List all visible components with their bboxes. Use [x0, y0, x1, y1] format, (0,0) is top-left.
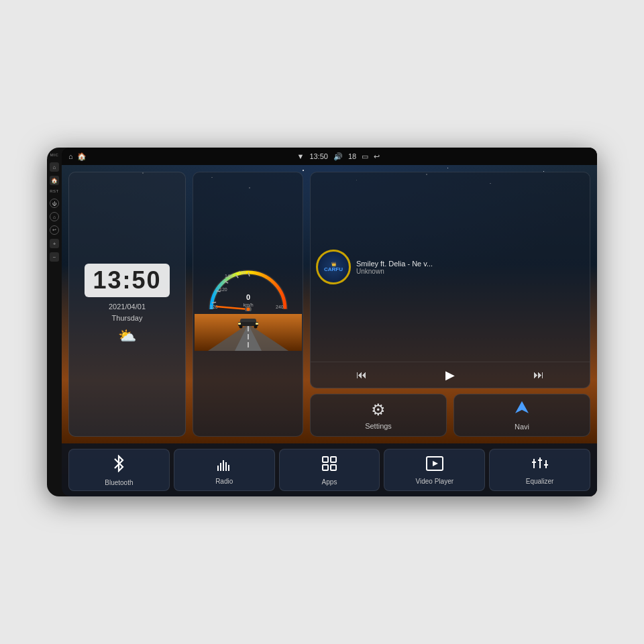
apps-button[interactable]: Apps [279, 449, 380, 491]
svg-point-25 [254, 325, 257, 328]
mic-label: MIC [50, 153, 59, 157]
window-icon: ▭ [362, 152, 368, 161]
home3-btn[interactable]: ⌂ [50, 212, 59, 221]
svg-text:160: 160 [238, 270, 246, 275]
status-center: ▼ 13:50 🔊 18 ▭ ↩ [297, 152, 380, 161]
status-left: ⌂ 🏠 [68, 152, 87, 161]
bluetooth-button[interactable]: Bluetooth [68, 449, 170, 491]
svg-point-13 [246, 307, 250, 311]
vol-up-btn[interactable]: + [50, 239, 59, 248]
prev-btn[interactable]: ⏮ [351, 368, 372, 382]
video-icon [426, 456, 443, 475]
navi-icon [514, 400, 530, 420]
home2-btn[interactable]: 🏠 [50, 176, 59, 185]
app-bar: Bluetooth Radio [62, 443, 597, 496]
volume-level: 18 [348, 152, 356, 160]
svg-rect-37 [331, 465, 336, 470]
gauge-svg: 120 160 240 140 120 0 km/h [205, 261, 292, 311]
svg-text:240: 240 [276, 305, 284, 309]
svg-rect-29 [217, 466, 219, 471]
power-btn[interactable]: ⏻ [50, 199, 59, 208]
bluetooth-label: Bluetooth [105, 479, 133, 486]
radio-icon [216, 456, 232, 475]
radio-label: Radio [215, 478, 233, 485]
apps-icon [321, 455, 337, 476]
svg-text:140: 140 [225, 274, 233, 278]
app-icon-status[interactable]: 🏠 [77, 152, 87, 161]
device-outer: MIC ⌂ 🏠 RST ⏻ ⌂ ↩ + − ⌂ 🏠 ▼ 13:50 🔊 18 ▭… [47, 148, 597, 496]
weather-icon: ⛅ [118, 327, 136, 345]
svg-point-24 [239, 325, 242, 328]
speedo-container: 120 160 240 140 120 0 km/h [202, 258, 294, 314]
svg-rect-35 [331, 457, 336, 462]
wifi-icon: ▼ [297, 152, 304, 160]
rst-label: RST [50, 189, 59, 193]
screen: ⌂ 🏠 ▼ 13:50 🔊 18 ▭ ↩ [62, 148, 597, 496]
music-widget: 👑 CARFU Smiley ft. Delia - Ne v... Unkno… [310, 172, 590, 388]
svg-marker-39 [433, 461, 438, 466]
equalizer-button[interactable]: Equalizer [489, 449, 590, 491]
svg-marker-28 [515, 401, 529, 413]
svg-rect-33 [228, 465, 229, 471]
settings-icon: ⚙ [371, 400, 386, 419]
widgets-row: 13:50 2021/04/01 Thursday ⛅ [62, 165, 597, 443]
apps-label: Apps [322, 478, 337, 486]
next-btn[interactable]: ⏭ [528, 368, 549, 382]
home-btn[interactable]: ⌂ [50, 162, 59, 172]
side-buttons: MIC ⌂ 🏠 RST ⏻ ⌂ ↩ + − [47, 148, 62, 496]
svg-rect-30 [220, 463, 221, 471]
svg-rect-26 [238, 323, 241, 325]
music-info: Smiley ft. Delia - Ne v... Unknown [356, 260, 584, 275]
clock-widget: 13:50 2021/04/01 Thursday ⛅ [68, 172, 186, 437]
video-label: Video Player [416, 478, 454, 485]
svg-rect-36 [323, 465, 328, 470]
navi-button[interactable]: Navi [453, 394, 590, 437]
vol-down-btn[interactable]: − [50, 252, 59, 262]
svg-rect-31 [223, 460, 224, 471]
speedo-widget: 120 160 240 140 120 0 km/h [193, 172, 303, 437]
clock-time: 13:50 [93, 266, 161, 294]
svg-rect-32 [225, 462, 227, 471]
home-icon[interactable]: ⌂ [68, 152, 73, 160]
road-scene [193, 314, 303, 351]
status-bar: ⌂ 🏠 ▼ 13:50 🔊 18 ▭ ↩ [62, 148, 597, 165]
equalizer-icon [531, 456, 549, 475]
volume-icon: 🔊 [333, 152, 343, 161]
clock-date: 2021/04/01 Thursday [109, 301, 146, 323]
music-controls: ⏮ ▶ ⏭ [311, 362, 590, 388]
music-top: 👑 CARFU Smiley ft. Delia - Ne v... Unkno… [311, 172, 590, 362]
svg-text:120: 120 [219, 287, 227, 292]
music-title: Smiley ft. Delia - Ne v... [356, 260, 584, 268]
equalizer-label: Equalizer [526, 478, 554, 485]
music-artist: Unknown [356, 268, 584, 275]
status-time: 13:50 [309, 152, 328, 160]
album-art: 👑 CARFU [316, 250, 351, 284]
settings-label: Settings [365, 422, 392, 430]
video-player-button[interactable]: Video Player [384, 449, 485, 491]
svg-text:0: 0 [246, 293, 250, 301]
road-svg [195, 314, 302, 351]
svg-rect-27 [256, 323, 258, 325]
back-btn[interactable]: ↩ [50, 225, 59, 235]
album-text: 👑 CARFU [324, 262, 343, 272]
right-column: 👑 CARFU Smiley ft. Delia - Ne v... Unkno… [310, 172, 590, 437]
settings-button[interactable]: ⚙ Settings [310, 394, 447, 437]
bluetooth-icon [111, 455, 126, 476]
svg-rect-34 [323, 457, 328, 462]
clock-display: 13:50 [85, 264, 169, 297]
settings-row: ⚙ Settings Navi [310, 394, 590, 437]
main-content: 13:50 2021/04/01 Thursday ⛅ [62, 165, 597, 496]
navi-label: Navi [515, 423, 529, 431]
back-status-icon: ↩ [374, 152, 380, 161]
radio-button[interactable]: Radio [174, 449, 275, 491]
play-btn[interactable]: ▶ [440, 366, 460, 384]
svg-text:km/h: km/h [243, 303, 253, 307]
